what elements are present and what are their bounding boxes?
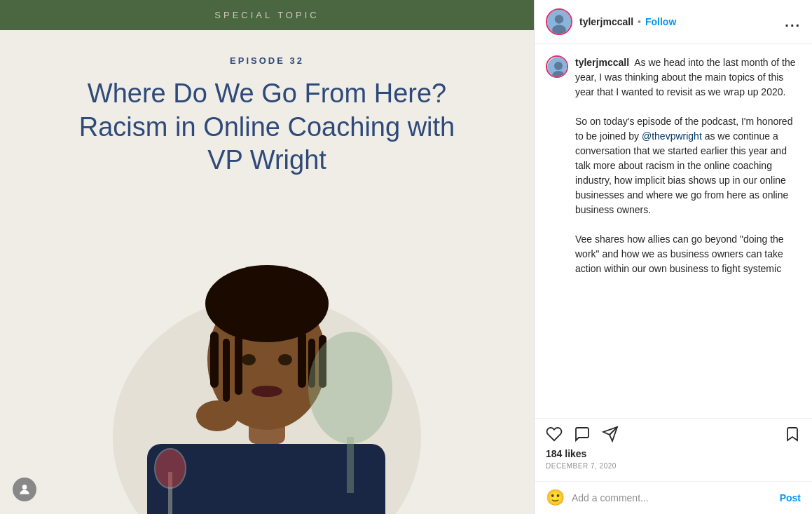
comment-avatar-svg	[547, 57, 568, 78]
svg-rect-9	[298, 332, 306, 388]
left-panel: SPECIAL TOPIC EPISODE 32 Where Do We Go …	[0, 0, 534, 514]
heart-icon	[546, 426, 563, 442]
svg-point-15	[196, 400, 238, 431]
svg-point-20	[22, 485, 27, 489]
emoji-icon: 🙂	[546, 489, 565, 506]
special-topic-banner: SPECIAL TOPIC	[0, 0, 534, 30]
svg-point-14	[252, 386, 282, 397]
comment-username[interactable]: tylerjmccall	[575, 57, 629, 68]
comment-button[interactable]	[574, 426, 591, 442]
bookmark-button[interactable]	[784, 426, 801, 442]
emoji-button[interactable]: 🙂	[546, 489, 565, 507]
svg-point-5	[205, 265, 329, 342]
comments-area: tylerjmccall As we head into the last mo…	[535, 44, 812, 418]
right-panel: tylerjmccall • Follow ... tylerjmccall A…	[534, 0, 812, 514]
svg-rect-7	[223, 339, 230, 402]
post-title: Where Do We Go From Here? Racism in Onli…	[71, 77, 463, 177]
follow-button[interactable]: Follow	[645, 16, 676, 27]
avatar-svg	[547, 8, 571, 35]
username-follow-row: tylerjmccall • Follow	[579, 16, 778, 27]
svg-point-17	[155, 449, 186, 488]
comment-icon	[574, 426, 591, 442]
bookmark-icon	[784, 426, 801, 442]
post-header: tylerjmccall • Follow ...	[535, 0, 812, 44]
svg-rect-19	[347, 437, 354, 493]
person-svg	[0, 142, 534, 514]
post-comment-button[interactable]: Post	[780, 492, 801, 503]
action-icons-row	[546, 426, 801, 442]
avatar-image	[547, 10, 571, 34]
main-comment: tylerjmccall As we head into the last mo…	[546, 55, 801, 276]
add-comment-row: 🙂 Post	[535, 481, 812, 514]
header-username[interactable]: tylerjmccall	[579, 16, 633, 27]
post-date: DECEMBER 7, 2020	[546, 462, 801, 470]
comment-body-part3: as we continue a conversation that we st…	[575, 130, 788, 215]
actions-bar: 184 likes DECEMBER 7, 2020	[535, 418, 812, 481]
share-button[interactable]	[602, 426, 619, 442]
likes-count: 184 likes	[546, 448, 801, 459]
comment-input[interactable]	[572, 492, 773, 503]
post-content: EPISODE 32 Where Do We Go From Here? Rac…	[0, 30, 534, 177]
comment-text: tylerjmccall As we head into the last mo…	[575, 55, 801, 276]
dot-separator: •	[638, 16, 641, 27]
header-avatar[interactable]	[546, 8, 572, 35]
banner-text: SPECIAL TOPIC	[214, 10, 319, 20]
mention-thevpwright[interactable]: @thevpwright	[642, 130, 702, 142]
svg-point-18	[308, 332, 392, 444]
svg-point-23	[552, 25, 566, 34]
user-icon	[18, 482, 32, 496]
svg-point-13	[278, 354, 292, 365]
svg-rect-6	[210, 332, 219, 388]
comment-avatar[interactable]	[546, 55, 568, 78]
more-options-button[interactable]: ...	[785, 14, 801, 30]
episode-label: EPISODE 32	[230, 55, 304, 66]
comment-body-part4: Vee shares how allies can go beyond "doi…	[575, 234, 784, 274]
svg-point-12	[242, 354, 256, 365]
svg-rect-8	[235, 335, 242, 395]
like-button[interactable]	[546, 426, 563, 442]
person-illustration	[0, 142, 534, 514]
svg-point-25	[554, 62, 563, 70]
share-icon	[602, 426, 619, 442]
svg-point-22	[555, 15, 564, 24]
bottom-user-icon[interactable]	[13, 478, 36, 501]
